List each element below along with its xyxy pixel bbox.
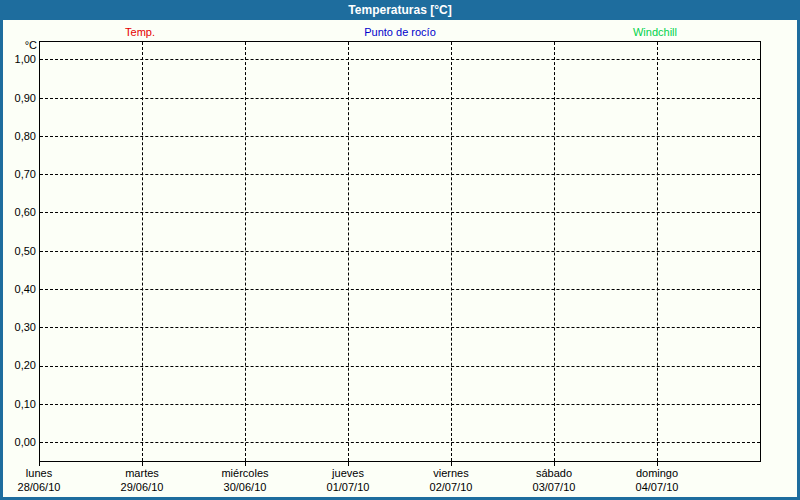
x-tick-label-group: sábado 03/07/10 [504, 466, 604, 494]
v-gridline [554, 42, 555, 461]
y-tick-label: 0,50 [0, 244, 36, 258]
x-day-date: 01/07/10 [298, 480, 398, 494]
x-day-name: lunes [0, 466, 89, 480]
x-day-date: 02/07/10 [401, 480, 501, 494]
x-day-name: viernes [401, 466, 501, 480]
legend-item-windchill: Windchill [633, 25, 677, 39]
h-gridline [40, 404, 760, 405]
h-gridline [40, 289, 760, 290]
x-tick-label-group: martes 29/06/10 [92, 466, 192, 494]
v-gridline [245, 42, 246, 461]
chart-window: Temperaturas [°C] Temp. Punto de rocío W… [0, 0, 800, 500]
y-tick-label: 0,00 [0, 435, 36, 449]
x-day-date: 30/06/10 [195, 480, 295, 494]
v-gridline [142, 42, 143, 461]
x-day-date: 29/06/10 [92, 480, 192, 494]
y-tick-label: 0,70 [0, 167, 36, 181]
y-tick-label: 0,30 [0, 320, 36, 334]
v-gridline [348, 42, 349, 461]
h-gridline [40, 59, 760, 60]
x-day-date: 03/07/10 [504, 480, 604, 494]
h-gridline [40, 136, 760, 137]
y-tick-label: 0,90 [0, 91, 36, 105]
v-gridline [657, 42, 658, 461]
y-tick-label: 0,80 [0, 129, 36, 143]
h-gridline [40, 327, 760, 328]
x-tick-label-group: domingo 04/07/10 [607, 466, 707, 494]
h-gridline [40, 212, 760, 213]
y-tick-label: 0,10 [0, 397, 36, 411]
y-tick-label: 0,40 [0, 282, 36, 296]
plot-area [39, 41, 761, 462]
h-gridline [40, 251, 760, 252]
x-day-name: domingo [607, 466, 707, 480]
y-tick-label: 1,00 [0, 52, 36, 66]
x-tick-label-group: miércoles 30/06/10 [195, 466, 295, 494]
x-day-date: 28/06/10 [0, 480, 89, 494]
y-tick-label: 0,20 [0, 358, 36, 372]
x-tick-label-group: lunes 28/06/10 [0, 466, 89, 494]
x-day-date: 04/07/10 [607, 480, 707, 494]
legend-item-punto-de-rocio: Punto de rocío [364, 25, 436, 39]
legend-item-temp: Temp. [125, 25, 155, 39]
x-day-name: sábado [504, 466, 604, 480]
x-tick-label-group: jueves 01/07/10 [298, 466, 398, 494]
chart-title: Temperaturas [°C] [348, 3, 451, 17]
h-gridline [40, 442, 760, 443]
x-day-name: jueves [298, 466, 398, 480]
y-axis-unit-label: °C [0, 38, 37, 52]
v-gridline [451, 42, 452, 461]
h-gridline [40, 174, 760, 175]
x-day-name: martes [92, 466, 192, 480]
h-gridline [40, 366, 760, 367]
title-bar: Temperaturas [°C] [0, 0, 800, 20]
x-day-name: miércoles [195, 466, 295, 480]
x-tick-label-group: viernes 02/07/10 [401, 466, 501, 494]
y-tick-label: 0,60 [0, 205, 36, 219]
h-gridline [40, 98, 760, 99]
